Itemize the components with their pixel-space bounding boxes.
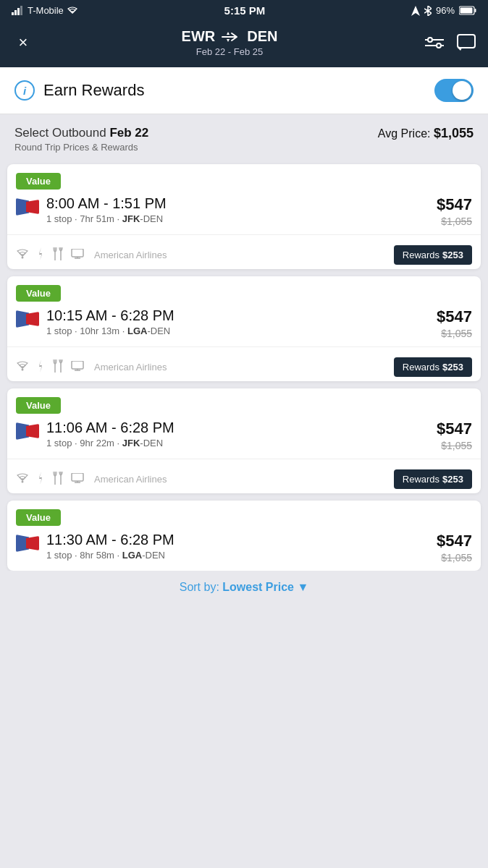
wifi-amenity-icon <box>16 473 29 485</box>
flight-price: $547 $1,055 <box>437 420 472 451</box>
svg-rect-23 <box>72 361 83 369</box>
airline-name: American Airlines <box>94 250 167 260</box>
svg-rect-6 <box>475 9 476 12</box>
value-badge: Value <box>16 397 61 414</box>
flight-left: 10:15 AM - 6:28 PM 1 stop · 10hr 13m · L… <box>16 307 174 336</box>
flight-times: 11:30 AM - 6:28 PM <box>46 532 174 548</box>
flight-price: $547 $1,055 <box>437 307 472 339</box>
info-icon[interactable]: i <box>14 80 35 101</box>
screen-amenity-icon <box>71 473 84 485</box>
rewards-label: Rewards <box>403 250 439 260</box>
flight-details: 1 stop · 9hr 22m · JFK-DEN <box>46 438 174 448</box>
value-badge: Value <box>16 173 61 190</box>
wifi-amenity-icon <box>16 361 29 373</box>
sort-value[interactable]: Lowest Price <box>222 581 294 593</box>
route-dates: Feb 22 - Feb 25 <box>182 46 278 57</box>
svg-point-14 <box>22 257 24 259</box>
flight-card[interactable]: Value 11:06 AM - 6:28 PM 1 stop · 9hr 22… <box>7 388 481 493</box>
flight-price: $547 $1,055 <box>437 195 472 227</box>
status-bar: T-Mobile 5:15 PM 96% <box>0 0 488 21</box>
sort-chevron: ▼ <box>297 581 308 593</box>
price-main: $547 <box>437 195 472 214</box>
rewards-badge: Rewards$253 <box>394 357 472 377</box>
rewards-value: $253 <box>442 474 463 485</box>
flight-card[interactable]: Value 10:15 AM - 6:28 PM 1 stop · 10hr 1… <box>7 276 481 381</box>
price-main: $547 <box>437 420 472 438</box>
avg-price-label: Avg Price: <box>378 127 434 140</box>
svg-rect-3 <box>20 6 22 15</box>
flight-main: 11:06 AM - 6:28 PM 1 stop · 9hr 22m · JF… <box>7 420 481 459</box>
flight-left: 11:30 AM - 6:28 PM 1 stop · 8hr 58m · LG… <box>16 532 174 561</box>
flight-price: $547 $1,055 <box>437 532 472 563</box>
wifi-icon <box>67 7 78 15</box>
flight-main: 10:15 AM - 6:28 PM 1 stop · 10hr 13m · L… <box>7 307 481 346</box>
bluetooth-icon <box>424 6 432 16</box>
rewards-badge: Rewards$253 <box>394 469 472 489</box>
battery-icon <box>459 6 476 15</box>
svg-rect-17 <box>72 249 83 257</box>
svg-rect-13 <box>458 35 475 48</box>
rewards-label: Rewards <box>403 474 439 485</box>
flight-details: 1 stop · 8hr 58m · LGA-DEN <box>46 550 174 561</box>
amenities-left: American Airlines <box>16 359 167 375</box>
flight-info: 11:06 AM - 6:28 PM 1 stop · 9hr 22m · JF… <box>46 420 174 448</box>
toggle-knob <box>453 81 471 100</box>
avg-price-value: $1,055 <box>434 126 474 140</box>
route-line: EWR DEN <box>182 28 278 45</box>
flight-times: 8:00 AM - 1:51 PM <box>46 195 167 212</box>
power-amenity-icon <box>36 247 45 263</box>
meal-amenity-icon <box>52 359 64 375</box>
sort-prefix: Sort by: <box>180 581 223 593</box>
screen-amenity-icon <box>71 249 84 261</box>
svg-rect-0 <box>12 12 14 15</box>
flight-main: 11:30 AM - 6:28 PM 1 stop · 8hr 58m · LG… <box>7 532 481 571</box>
airline-logo <box>16 532 39 555</box>
flight-times: 11:06 AM - 6:28 PM <box>46 420 174 436</box>
meal-amenity-icon <box>52 247 64 263</box>
screen-amenity-icon <box>71 361 84 373</box>
flight-card[interactable]: Value 8:00 AM - 1:51 PM 1 stop · 7hr 51m… <box>7 164 481 269</box>
price-original: $1,055 <box>437 440 472 451</box>
close-button[interactable]: × <box>12 33 35 52</box>
select-date: Feb 22 <box>109 126 148 140</box>
svg-rect-2 <box>17 8 20 15</box>
rewards-badge: Rewards$253 <box>394 245 472 265</box>
svg-point-8 <box>437 43 441 48</box>
carrier-info: T-Mobile <box>12 5 78 16</box>
amenities-left: American Airlines <box>16 247 167 263</box>
sort-bar[interactable]: Sort by: Lowest Price ▼ <box>0 571 488 604</box>
value-badge: Value <box>16 509 61 526</box>
flight-details: 1 stop · 7hr 51m · JFK-DEN <box>46 213 167 224</box>
rewards-value: $253 <box>442 362 463 373</box>
location-icon <box>411 6 420 16</box>
flight-left: 8:00 AM - 1:51 PM 1 stop · 7hr 51m · JFK… <box>16 195 167 224</box>
svg-rect-5 <box>460 8 473 14</box>
signal-icon <box>12 6 25 15</box>
nav-actions <box>424 33 476 53</box>
airline-logo <box>16 420 39 443</box>
amenities-row: American Airlines Rewards$253 <box>7 459 481 493</box>
svg-point-26 <box>22 481 24 483</box>
filter-icon[interactable] <box>424 33 445 53</box>
round-trip-subtitle: Round Trip Prices & Rewards <box>14 142 148 153</box>
price-main: $547 <box>437 307 472 326</box>
svg-point-7 <box>428 38 432 42</box>
power-amenity-icon <box>36 359 45 375</box>
plane-icon <box>221 30 241 43</box>
route-info: EWR DEN Feb 22 - Feb 25 <box>182 28 278 57</box>
rewards-value: $253 <box>442 250 463 260</box>
amenities-row: American Airlines Rewards$253 <box>7 346 481 381</box>
wifi-amenity-icon <box>16 249 29 261</box>
earn-rewards-toggle[interactable] <box>434 79 474 102</box>
flight-details: 1 stop · 10hr 13m · LGA-DEN <box>46 326 174 336</box>
airline-logo <box>16 307 39 331</box>
earn-rewards-label: Earn Rewards <box>43 81 434 100</box>
avg-price-display: Avg Price: $1,055 <box>378 126 474 141</box>
airline-logo <box>16 195 39 218</box>
svg-point-20 <box>22 369 24 371</box>
battery-percent: 96% <box>436 5 455 16</box>
nav-header: × EWR DEN Feb 22 - Feb 25 <box>0 21 488 67</box>
flight-card[interactable]: Value 11:30 AM - 6:28 PM 1 stop · 8hr 58… <box>7 501 481 571</box>
price-main: $547 <box>437 532 472 550</box>
chat-icon[interactable] <box>456 33 476 53</box>
